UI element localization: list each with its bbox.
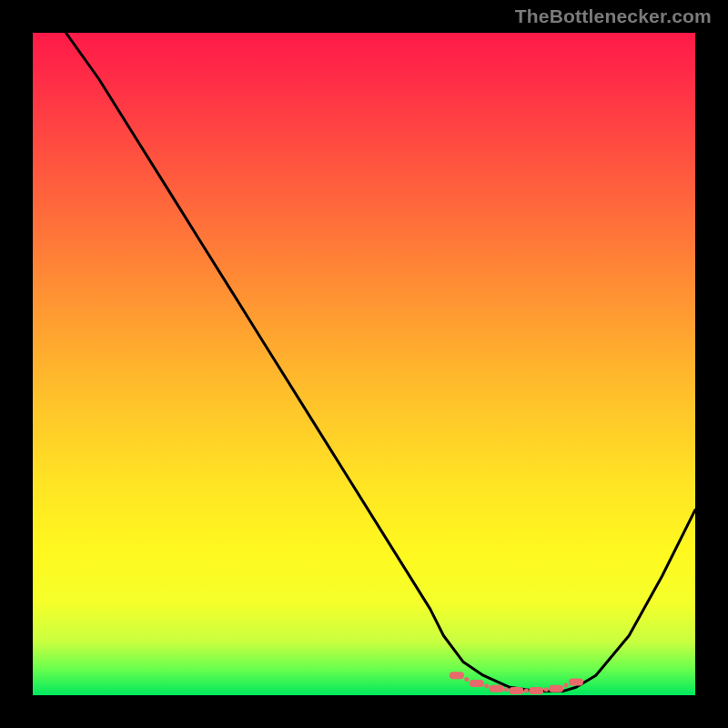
bottleneck-curve xyxy=(66,33,695,692)
optimal-marker xyxy=(549,685,563,693)
optimal-marker xyxy=(490,685,504,693)
optimal-marker-dot xyxy=(464,677,469,682)
optimal-marker xyxy=(509,687,523,694)
optimal-marker xyxy=(470,680,484,687)
optimal-marker-dot xyxy=(504,687,509,692)
curve-layer xyxy=(33,33,695,695)
optimal-marker xyxy=(529,687,543,694)
optimal-marker-dot xyxy=(524,688,529,693)
plot-area xyxy=(33,33,695,695)
optimal-marker-dot xyxy=(564,683,569,688)
optimal-marker xyxy=(450,672,464,679)
chart-frame: TheBottlenecker.com xyxy=(0,0,728,728)
optimal-marker-dot xyxy=(544,687,549,692)
watermark-text: TheBottlenecker.com xyxy=(515,5,712,27)
optimal-marker-dot xyxy=(484,683,489,688)
optimal-marker xyxy=(569,678,583,685)
